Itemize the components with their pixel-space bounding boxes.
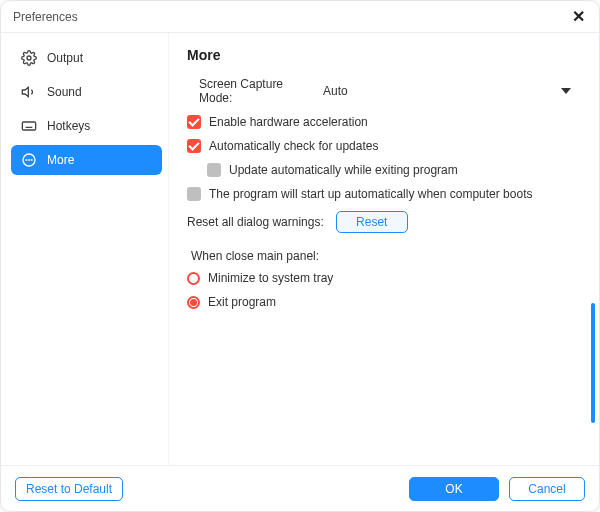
radio-minimize[interactable] — [187, 272, 200, 285]
capture-mode-select[interactable]: Auto — [319, 80, 575, 102]
sidebar-item-label: More — [47, 153, 74, 167]
checkbox-autostart[interactable] — [187, 187, 201, 201]
row-screen-capture-mode: Screen Capture Mode: Auto — [199, 77, 575, 105]
label-exit: Exit program — [208, 295, 276, 309]
sidebar-item-output[interactable]: Output — [11, 43, 162, 73]
label-minimize: Minimize to system tray — [208, 271, 333, 285]
row-auto-updates[interactable]: Automatically check for updates — [187, 139, 575, 153]
svg-marker-1 — [22, 87, 28, 96]
row-autostart[interactable]: The program will start up automatically … — [187, 187, 575, 201]
sidebar-item-label: Output — [47, 51, 83, 65]
main-panel: More Screen Capture Mode: Auto Enable ha… — [169, 33, 599, 465]
svg-point-4 — [26, 160, 27, 161]
close-icon[interactable]: ✕ — [569, 8, 587, 26]
speaker-icon — [21, 84, 37, 100]
capture-mode-label: Screen Capture Mode: — [199, 77, 319, 105]
radio-exit[interactable] — [187, 296, 200, 309]
checkbox-hw-accel[interactable] — [187, 115, 201, 129]
reset-default-button[interactable]: Reset to Default — [15, 477, 123, 501]
label-update-on-exit: Update automatically while exiting progr… — [229, 163, 458, 177]
sidebar-item-more[interactable]: More — [11, 145, 162, 175]
close-panel-label: When close main panel: — [191, 249, 575, 263]
page-title: More — [187, 47, 575, 63]
row-reset-warnings: Reset all dialog warnings: Reset — [187, 211, 575, 233]
sidebar-item-label: Hotkeys — [47, 119, 90, 133]
chevron-down-icon — [561, 88, 571, 94]
gear-icon — [21, 50, 37, 66]
checkbox-auto-updates[interactable] — [187, 139, 201, 153]
footer: Reset to Default OK Cancel — [1, 465, 599, 511]
label-autostart: The program will start up automatically … — [209, 187, 532, 201]
sidebar-item-label: Sound — [47, 85, 82, 99]
svg-point-5 — [29, 160, 30, 161]
row-update-on-exit[interactable]: Update automatically while exiting progr… — [207, 163, 575, 177]
keyboard-icon — [21, 118, 37, 134]
row-opt-exit[interactable]: Exit program — [187, 295, 575, 309]
reset-warnings-button[interactable]: Reset — [336, 211, 408, 233]
sidebar: Output Sound Hotkeys More — [1, 33, 169, 465]
row-opt-minimize[interactable]: Minimize to system tray — [187, 271, 575, 285]
preferences-window: Preferences ✕ Output Sound Hotke — [0, 0, 600, 512]
cancel-button[interactable]: Cancel — [509, 477, 585, 501]
label-auto-updates: Automatically check for updates — [209, 139, 378, 153]
window-title: Preferences — [13, 10, 78, 24]
svg-rect-2 — [22, 122, 35, 130]
reset-warnings-label: Reset all dialog warnings: — [187, 215, 324, 229]
row-hw-accel[interactable]: Enable hardware acceleration — [187, 115, 575, 129]
ok-button[interactable]: OK — [409, 477, 499, 501]
body: Output Sound Hotkeys More — [1, 33, 599, 465]
sidebar-item-hotkeys[interactable]: Hotkeys — [11, 111, 162, 141]
svg-point-6 — [31, 160, 32, 161]
label-hw-accel: Enable hardware acceleration — [209, 115, 368, 129]
svg-point-0 — [27, 56, 31, 60]
sidebar-item-sound[interactable]: Sound — [11, 77, 162, 107]
titlebar: Preferences ✕ — [1, 1, 599, 33]
more-icon — [21, 152, 37, 168]
checkbox-update-on-exit[interactable] — [207, 163, 221, 177]
scrollbar-thumb[interactable] — [591, 303, 595, 423]
capture-mode-value: Auto — [323, 84, 348, 98]
